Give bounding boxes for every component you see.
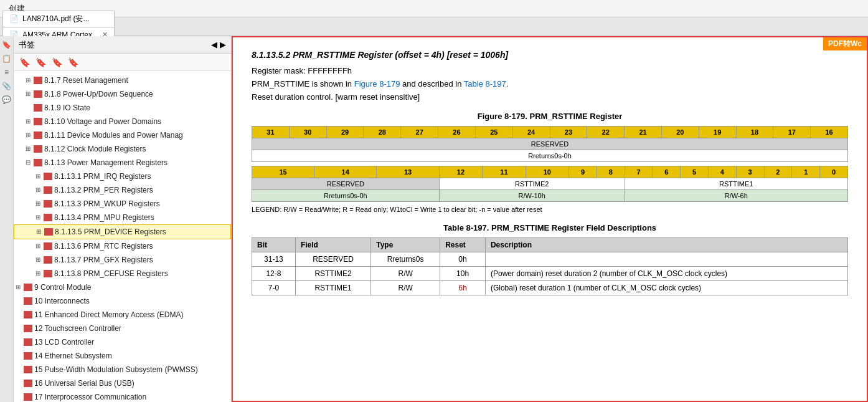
bit-header-23: 23 (550, 127, 587, 138)
layers-icon[interactable]: ≡ (1, 66, 13, 79)
figure-title: Figure 8-179. PRM_RSTTIME Register (252, 112, 848, 121)
table-link[interactable]: Table 8-197 (464, 79, 506, 89)
tree-item-n11[interactable]: ⊞8.1.13.4 PRM_MPU Registers (14, 211, 231, 224)
bit-header-19: 19 (699, 127, 736, 138)
tree-item-n13[interactable]: ⊞8.1.13.6 PRM_RTC Registers (14, 239, 231, 253)
period: . (506, 79, 509, 89)
bookmark-remove-icon[interactable]: 🔖 (50, 55, 64, 69)
sidebar-icons: ◀ ▶ (211, 40, 226, 49)
expand-icon[interactable]: ◀ (211, 40, 217, 49)
table-cell-bit: 31-13 (252, 252, 296, 267)
bookmark-add-icon[interactable]: 🔖 (34, 55, 47, 69)
tree-node-icon (34, 104, 42, 112)
tree-item-n8[interactable]: ⊞8.1.13.1 PRM_IRQ Registers (14, 170, 231, 183)
bookmark-panel-icon[interactable]: 🔖 (1, 39, 13, 51)
bit-header-10: 10 (526, 166, 568, 178)
tree-item-n24[interactable]: 17 Interprocessor Communication (14, 390, 231, 402)
bit-header-5: 5 (681, 166, 709, 178)
field-col-type: Type (371, 238, 440, 252)
reset-note: Reset duration control. [warm reset inse… (252, 92, 848, 102)
tree-item-n9[interactable]: ⊞8.1.13.2 PRM_PER Registers (14, 183, 231, 197)
reg-map-low: 1514131211109876543210 RESERVED RSTTIME2… (252, 166, 848, 202)
bookmark-icon[interactable]: 🔖 (17, 55, 31, 69)
tree-item-n14[interactable]: ⊞8.1.13.7 PRM_GFX Registers (14, 253, 231, 267)
tab-tab1[interactable]: 📄LAN8710A.pdf (安... (2, 11, 115, 27)
tree-toggle[interactable]: ⊞ (34, 269, 42, 278)
tree-item-n20[interactable]: 13 LCD Controller (14, 335, 231, 349)
tree-item-n12[interactable]: ⊞8.1.13.5 PRM_DEVICE Registers (14, 224, 231, 239)
tree-item-n22[interactable]: 15 Pulse-Width Modulation Subsystem (PWM… (14, 363, 231, 376)
tree-item-n2[interactable]: ⊞8.1.8 Power-Up/Down Sequence (14, 87, 231, 101)
tree-toggle[interactable]: ⊞ (24, 145, 32, 153)
tree-item-n10[interactable]: ⊞8.1.13.3 PRM_WKUP Registers (14, 197, 231, 211)
prm-desc-prefix: PRM_RSTTIME is shown in (252, 79, 354, 89)
register-mask-label: Register mask: FFFFFFFFh (252, 66, 352, 75)
tree-item-n21[interactable]: 14 Ethernet Subsystem (14, 349, 231, 363)
tree-toggle[interactable]: ⊞ (24, 76, 32, 85)
tree-toggle[interactable]: ⊞ (34, 172, 42, 181)
tree-node-icon (34, 159, 42, 166)
tree-node-icon (34, 145, 42, 153)
tree-node-icon (44, 228, 53, 236)
tree-node-icon (44, 214, 52, 221)
tree-node-icon (34, 90, 42, 98)
comment-icon[interactable]: 💬 (1, 93, 13, 106)
tree-label: 12 Touchscreen Controller (34, 323, 121, 334)
page-icon[interactable]: 📋 (1, 52, 13, 65)
tree-node-icon (34, 77, 42, 84)
bit-header-2: 2 (764, 166, 792, 178)
tree-label: 8.1.13.7 PRM_GFX Registers (54, 254, 153, 266)
tree-node-icon (24, 311, 32, 318)
bit-header-27: 27 (401, 127, 438, 138)
tree-toggle[interactable]: ⊞ (34, 186, 42, 194)
tree-item-n3[interactable]: 8.1.9 IO State (14, 101, 231, 115)
tree-node-icon (44, 186, 52, 194)
table-cell-type: R/W (371, 267, 440, 281)
tree-toggle[interactable]: ⊞ (34, 242, 42, 251)
tree-item-n5[interactable]: ⊞8.1.11 Device Modules and Power Manag (14, 128, 231, 142)
tree-toggle[interactable]: ⊟ (24, 158, 32, 167)
figure-link[interactable]: Figure 8-179 (354, 79, 400, 89)
tree-toggle[interactable]: ⊞ (24, 131, 32, 140)
bit-header-12: 12 (439, 166, 482, 178)
tree-item-n19[interactable]: 12 Touchscreen Controller (14, 322, 231, 335)
tree-item-n17[interactable]: 10 Interconnects (14, 294, 231, 308)
tree-item-n18[interactable]: 11 Enhanced Direct Memory Access (EDMA) (14, 308, 231, 322)
tree-toggle[interactable]: ⊞ (34, 256, 42, 264)
bit-header-31: 31 (252, 127, 290, 138)
more-icon[interactable]: ▶ (220, 40, 226, 49)
bit-header-30: 30 (289, 127, 326, 138)
rw-10h-cell: R/W-10h (439, 190, 625, 202)
tree-toggle[interactable]: ⊞ (34, 227, 43, 236)
table-cell-reset: 10h (440, 267, 486, 281)
attachment-icon[interactable]: 📎 (1, 80, 13, 92)
reserved-low-cell: RESERVED (252, 178, 440, 190)
left-icon-panel: 🔖 📋 ≡ 📎 💬 (0, 36, 14, 402)
tree-label: 8.1.13.5 PRM_DEVICE Registers (55, 226, 166, 237)
tree-item-n4[interactable]: ⊞8.1.10 Voltage and Power Domains (14, 115, 231, 128)
tree-toggle[interactable]: ⊞ (34, 213, 42, 222)
tree-item-n7[interactable]: ⊟8.1.13 Power Management Registers (14, 156, 231, 170)
tree-toggle[interactable]: ⊞ (34, 199, 42, 208)
tree-toggle[interactable]: ⊞ (24, 117, 32, 126)
tree-label: 16 Universal Serial Bus (USB) (34, 378, 134, 389)
tree-node-icon (24, 325, 32, 332)
legend: LEGEND: R/W = Read/Write; R = Read only;… (252, 206, 848, 213)
bookmark-settings-icon[interactable]: 🔖 (66, 55, 80, 69)
table-cell-field: RSTTIME2 (295, 267, 370, 281)
tree-label: 10 Interconnects (34, 295, 90, 307)
table-cell-bit: 12-8 (252, 267, 296, 281)
tree-toggle[interactable]: ⊞ (14, 283, 22, 292)
tree-item-n16[interactable]: ⊞9 Control Module (14, 280, 231, 294)
tree-label: 11 Enhanced Direct Memory Access (EDMA) (34, 309, 183, 320)
table-row: 12-8RSTTIME2R/W10h(Power domain) reset d… (252, 267, 848, 281)
tree-node-icon (24, 297, 32, 305)
bit-header-21: 21 (625, 127, 662, 138)
tree-item-n15[interactable]: ⊞8.1.13.8 PRM_CEFUSE Registers (14, 267, 231, 280)
tree-toggle[interactable]: ⊞ (24, 90, 32, 98)
tree-item-n23[interactable]: 16 Universal Serial Bus (USB) (14, 376, 231, 390)
sidebar: 书签 ◀ ▶ 🔖 🔖 🔖 🔖 ⊞8.1.7 Reset Management⊞8… (14, 36, 232, 402)
tree-item-n6[interactable]: ⊞8.1.12 Clock Module Registers (14, 142, 231, 156)
tree-item-n1[interactable]: ⊞8.1.7 Reset Management (14, 74, 231, 87)
field-table: BitFieldTypeResetDescription 31-13RESERV… (252, 237, 848, 295)
